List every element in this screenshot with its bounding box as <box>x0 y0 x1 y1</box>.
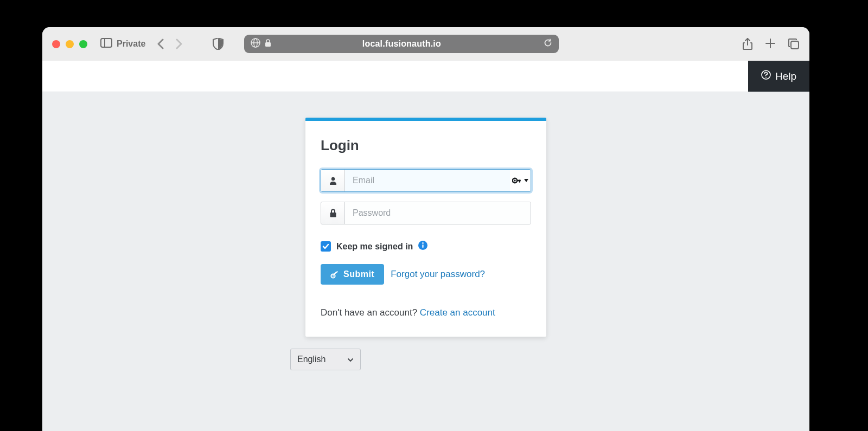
toolbar-right-icons <box>742 38 800 50</box>
forgot-password-link[interactable]: Forgot your password? <box>391 269 485 280</box>
login-card: Login <box>305 118 546 337</box>
svg-point-13 <box>514 179 515 181</box>
person-icon <box>321 170 345 191</box>
site-settings-icon[interactable] <box>251 38 260 50</box>
password-input-group <box>321 202 531 224</box>
address-bar[interactable]: local.fusionauth.io <box>244 35 559 53</box>
forward-button[interactable] <box>175 38 183 49</box>
lock-icon <box>265 39 271 49</box>
login-title: Login <box>321 137 531 154</box>
private-mode-label: Private <box>117 39 145 49</box>
browser-toolbar: Private local.fusionauth.io <box>42 27 809 61</box>
svg-point-20 <box>423 242 424 244</box>
signup-row: Don't have an account? Create an account <box>321 307 531 318</box>
tabs-overview-icon[interactable] <box>788 38 800 50</box>
svg-rect-5 <box>265 42 271 47</box>
svg-point-10 <box>765 77 767 78</box>
close-window-button[interactable] <box>52 40 60 48</box>
help-label: Help <box>775 70 796 82</box>
svg-rect-15 <box>519 180 520 183</box>
window-controls <box>52 40 87 48</box>
email-input[interactable] <box>345 170 510 191</box>
svg-point-22 <box>333 275 334 277</box>
create-account-link[interactable]: Create an account <box>420 307 495 318</box>
minimize-window-button[interactable] <box>66 40 74 48</box>
help-button[interactable]: Help <box>748 61 809 92</box>
remember-label: Keep me signed in <box>336 242 413 252</box>
language-select[interactable]: English <box>290 349 361 370</box>
lock-icon <box>321 202 345 224</box>
app-header: Help <box>42 61 809 92</box>
back-button[interactable] <box>156 38 165 49</box>
new-tab-icon[interactable] <box>765 38 776 50</box>
sidebar-toggle-button[interactable]: Private <box>100 38 145 50</box>
share-icon[interactable] <box>742 38 753 50</box>
sidebar-icon <box>100 38 112 50</box>
svg-point-11 <box>331 177 334 181</box>
url-security-icons <box>251 38 271 50</box>
svg-rect-19 <box>423 245 424 248</box>
url-text: local.fusionauth.io <box>362 39 441 49</box>
info-icon[interactable] <box>418 241 427 252</box>
maximize-window-button[interactable] <box>79 40 87 48</box>
email-input-group <box>321 169 531 192</box>
language-value: English <box>297 355 326 364</box>
browser-window: Private local.fusionauth.io <box>42 27 809 431</box>
no-account-label: Don't have an account? <box>321 307 420 318</box>
reload-button[interactable] <box>544 38 552 49</box>
remember-checkbox[interactable] <box>321 241 331 252</box>
svg-marker-16 <box>524 179 528 182</box>
chevron-down-icon <box>347 355 354 364</box>
password-input[interactable] <box>345 202 531 224</box>
page-content: Help Login <box>42 61 809 431</box>
remember-row: Keep me signed in <box>321 241 531 252</box>
submit-button[interactable]: Submit <box>321 264 384 285</box>
login-area: Login <box>305 118 546 370</box>
submit-row: Submit Forgot your password? <box>321 264 531 285</box>
submit-label: Submit <box>343 269 374 279</box>
below-card: English <box>305 349 546 370</box>
key-icon <box>330 270 339 279</box>
svg-rect-8 <box>791 41 799 49</box>
svg-rect-0 <box>101 38 112 47</box>
password-autofill-icon[interactable] <box>510 170 531 191</box>
privacy-shield-icon[interactable] <box>213 38 224 50</box>
nav-buttons <box>156 38 183 49</box>
svg-rect-17 <box>330 213 336 217</box>
help-icon <box>761 70 771 82</box>
